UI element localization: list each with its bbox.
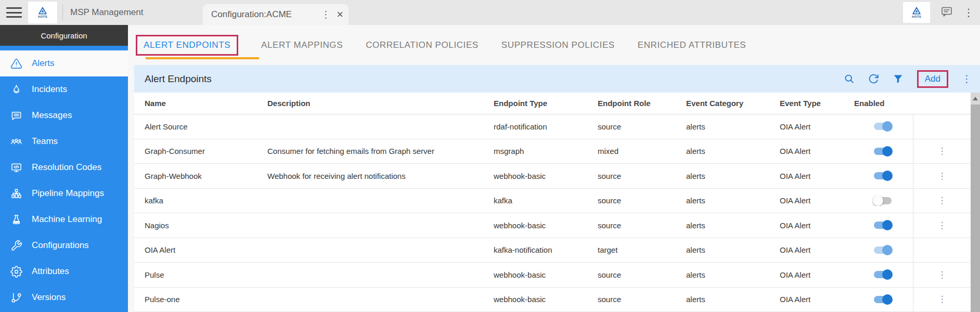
table-body: Alert Source rdaf-notification source al… xyxy=(134,114,980,312)
flask-icon xyxy=(10,214,22,226)
toolbar-menu-icon[interactable]: ⋮ xyxy=(962,74,972,84)
panel-toolbar: Alert Endpoints Add ⋮ xyxy=(134,65,980,93)
header-menu-icon[interactable]: ⋮ xyxy=(963,7,974,18)
cell-event-category: alerts xyxy=(679,245,772,254)
cell-name: Pulse xyxy=(134,270,260,279)
cell-event-category: alerts xyxy=(679,196,772,205)
cell-name: Alert Source xyxy=(134,122,260,131)
scrollbar-thumb[interactable] xyxy=(971,105,980,312)
tab-msp-management[interactable]: MSP Management xyxy=(70,7,143,18)
tab-label: Configuration:ACME xyxy=(211,9,321,20)
refresh-icon[interactable] xyxy=(868,73,879,84)
cell-event-category: alerts xyxy=(679,172,772,180)
enabled-toggle[interactable] xyxy=(873,146,893,157)
column-header-event-category: Event Category xyxy=(679,99,772,108)
monitor-code-icon xyxy=(10,162,22,174)
enabled-toggle[interactable] xyxy=(873,196,893,206)
sidebar-item-configurations[interactable]: Configurations xyxy=(0,232,128,258)
cell-endpoint-type: webhook-basic xyxy=(486,295,590,304)
sidebar-item-label: Resolution Codes xyxy=(32,162,101,173)
cell-event-type: OIA Alert xyxy=(772,147,847,155)
sidebar-item-messages[interactable]: Messages xyxy=(0,102,128,128)
people-icon xyxy=(10,136,22,148)
enabled-toggle[interactable] xyxy=(873,245,893,255)
tab-close-icon[interactable]: × xyxy=(337,9,343,20)
enabled-toggle[interactable] xyxy=(873,294,893,305)
row-menu-icon[interactable]: ⋮ xyxy=(938,270,947,279)
wrench-icon xyxy=(10,240,22,252)
filter-icon[interactable] xyxy=(893,73,904,84)
app-logo: AOTS xyxy=(28,2,57,23)
sidebar-item-attributes[interactable]: Attributes xyxy=(0,258,128,284)
scroll-up-icon[interactable] xyxy=(971,93,980,104)
toolbar-actions: Add ⋮ xyxy=(844,70,972,88)
cell-endpoint-type: webhook-basic xyxy=(486,172,590,180)
logo-triangle-icon xyxy=(911,7,922,15)
sidebar-item-label: Versions xyxy=(32,292,66,303)
cell-name: Pulse-one xyxy=(134,295,260,304)
sidebar-item-teams[interactable]: Teams xyxy=(0,128,128,154)
row-menu-icon[interactable]: ⋮ xyxy=(938,221,947,230)
column-header-enabled: Enabled xyxy=(847,99,913,108)
enabled-toggle[interactable] xyxy=(873,220,893,230)
search-icon[interactable] xyxy=(844,73,855,84)
sidebar-item-label: Attributes xyxy=(32,266,69,277)
sidebar-item-alerts[interactable]: Alerts xyxy=(0,50,128,76)
column-header-endpoint-type: Endpoint Type xyxy=(486,99,590,108)
row-menu-icon[interactable]: ⋮ xyxy=(938,147,947,155)
flame-icon xyxy=(10,84,22,96)
tab-enriched-attributes[interactable]: ENRICHED ATTRIBUTES xyxy=(638,40,746,50)
cell-name: Graph-Webhook xyxy=(134,172,260,180)
cell-endpoint-type: rdaf-notification xyxy=(486,122,590,131)
tab-alert-mappings[interactable]: ALERT MAPPINGS xyxy=(261,40,343,50)
cell-endpoint-role: source xyxy=(590,295,679,304)
tab-configuration-acme[interactable]: Configuration:ACME ⋮ × xyxy=(203,4,349,25)
tab-suppression-policies[interactable]: SUPPRESSION POLICIES xyxy=(501,40,615,50)
enabled-toggle[interactable] xyxy=(873,269,893,280)
tab-alert-endpoints[interactable]: ALERT ENDPOINTS xyxy=(136,35,238,56)
sidebar-header: Configuration xyxy=(0,25,128,46)
message-icon xyxy=(10,110,22,122)
sidebar-item-label: Pipeline Mappings xyxy=(32,188,104,199)
table-row: Alert Source rdaf-notification source al… xyxy=(134,114,971,139)
divider xyxy=(0,46,128,50)
sidebar-item-pipeline-mappings[interactable]: Pipeline Mappings xyxy=(0,180,128,206)
column-header-endpoint-role: Endpoint Role xyxy=(590,99,679,108)
alert-triangle-icon xyxy=(10,58,22,70)
divider xyxy=(62,5,63,20)
table-row: Nagios webhook-basic source alerts OIA A… xyxy=(134,213,971,238)
tab-menu-icon[interactable]: ⋮ xyxy=(321,10,330,19)
cell-description: Consumer for fetching emails from Graph … xyxy=(260,147,486,155)
table-scrollbar[interactable] xyxy=(971,93,980,312)
header-logo[interactable]: AOTS xyxy=(903,2,930,23)
table-row: Graph-Consumer Consumer for fetching ema… xyxy=(134,139,971,164)
row-menu-icon[interactable]: ⋮ xyxy=(938,295,947,304)
gear-icon xyxy=(10,266,22,278)
sidebar-item-label: Configurations xyxy=(32,240,89,251)
sidebar-item-label: Incidents xyxy=(32,84,67,95)
row-menu-icon[interactable]: ⋮ xyxy=(938,196,947,205)
row-menu-icon[interactable]: ⋮ xyxy=(938,172,947,180)
sidebar-item-machine-learning[interactable]: Machine Learning xyxy=(0,206,128,232)
tab-correlation-policies[interactable]: CORRELATION POLICIES xyxy=(366,40,479,50)
cell-event-type: OIA Alert xyxy=(772,122,847,131)
logo-triangle-icon xyxy=(37,7,48,15)
topbar-right-cluster: AOTS ⋮ xyxy=(903,0,974,25)
sidebar-item-resolution-codes[interactable]: Resolution Codes xyxy=(0,154,128,180)
enabled-toggle[interactable] xyxy=(873,121,893,132)
cell-endpoint-role: source xyxy=(590,172,679,180)
sidebar-item-incidents[interactable]: Incidents xyxy=(0,76,128,102)
cell-name: Nagios xyxy=(134,221,260,230)
cell-event-type: OIA Alert xyxy=(772,295,847,304)
sidebar-item-versions[interactable]: Versions xyxy=(0,284,128,310)
table-row: OIA Alert kafka-notification target aler… xyxy=(134,238,971,263)
column-header-event-type: Event Type xyxy=(772,99,847,108)
menu-icon[interactable] xyxy=(6,7,22,18)
cell-event-type: OIA Alert xyxy=(772,270,847,279)
chat-icon[interactable] xyxy=(940,5,953,20)
cell-name: OIA Alert xyxy=(134,245,260,254)
cell-event-category: alerts xyxy=(679,270,772,279)
add-button[interactable]: Add xyxy=(917,70,948,88)
enabled-toggle[interactable] xyxy=(873,171,893,181)
alert-endpoints-panel: Alert Endpoints Add ⋮ Name Description E… xyxy=(134,65,980,312)
